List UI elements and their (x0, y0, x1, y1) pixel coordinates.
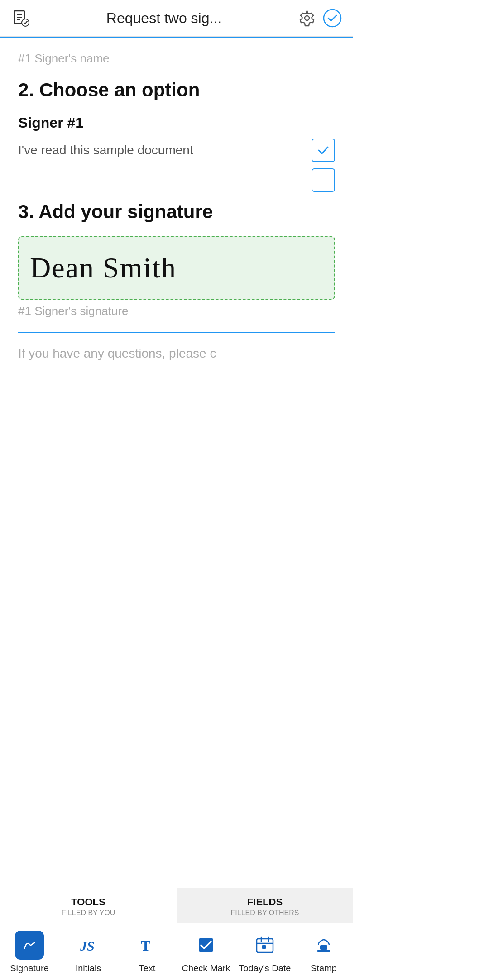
tab-fields-sublabel: FILLED BY OTHERS (181, 909, 349, 917)
svg-text:T: T (141, 937, 150, 954)
circle-check-icon[interactable] (322, 8, 342, 28)
checkbox2[interactable] (312, 168, 335, 192)
main-content: #1 Signer's name 2. Choose an option Sig… (0, 38, 353, 460)
tool-checkmark-label: Check Mark (182, 963, 230, 974)
signer-name-placeholder: #1 Signer's name (18, 52, 335, 66)
tab-fields[interactable]: FIELDS FILLED BY OTHERS (177, 888, 353, 923)
svg-text:JS: JS (80, 938, 95, 953)
svg-rect-15 (317, 950, 330, 952)
tool-initials-label: Initials (76, 963, 101, 974)
tab-tools-sublabel: FILLED BY YOU (5, 909, 172, 917)
bottom-toolbar: TOOLS FILLED BY YOU FIELDS FILLED BY OTH… (0, 888, 353, 980)
tool-todays-date-label: Today's Date (239, 963, 291, 974)
step3-heading: 3. Add your signature (18, 201, 335, 223)
signature-box[interactable]: Dean Smith (18, 236, 335, 300)
signer-label: Signer #1 (18, 115, 335, 131)
page-title: Request two sig... (31, 10, 297, 27)
svg-point-6 (324, 10, 341, 27)
tool-signature-label: Signature (10, 963, 49, 974)
tool-signature[interactable]: Signature (0, 929, 59, 975)
tab-tools-label: TOOLS (5, 896, 172, 908)
tool-stamp-label: Stamp (311, 963, 337, 974)
tab-fields-label: FIELDS (181, 896, 349, 908)
checkmark-icon-wrap (192, 931, 221, 960)
text-icon-wrap: T (133, 931, 162, 960)
tool-initials[interactable]: JS Initials (59, 929, 118, 975)
checkbox1-text: I've read this sample document (18, 143, 193, 158)
step2-heading: 2. Choose an option (18, 79, 335, 101)
initials-icon-wrap: JS (74, 931, 103, 960)
signature-value: Dean Smith (30, 252, 177, 284)
checkbox1[interactable] (312, 139, 335, 162)
app-header: Request two sig... (0, 0, 353, 37)
tool-stamp[interactable]: Stamp (294, 929, 353, 975)
tab-row: TOOLS FILLED BY YOU FIELDS FILLED BY OTH… (0, 888, 353, 923)
document-settings-icon[interactable] (11, 8, 31, 28)
tool-text[interactable]: T Text (118, 929, 177, 975)
tool-text-label: Text (139, 963, 156, 974)
tab-tools[interactable]: TOOLS FILLED BY YOU (0, 888, 177, 923)
svg-rect-16 (320, 945, 327, 950)
checkbox-row-2 (18, 168, 335, 192)
signature-placeholder: #1 Signer's signature (18, 304, 335, 318)
checkbox-row-1: I've read this sample document (18, 139, 335, 162)
signature-icon-wrap (15, 931, 44, 960)
step3-section: 3. Add your signature Dean Smith #1 Sign… (18, 201, 335, 318)
svg-rect-14 (262, 945, 266, 949)
info-text: If you have any questions, please c (18, 346, 335, 361)
svg-point-4 (22, 19, 29, 26)
tool-todays-date[interactable]: Today's Date (235, 929, 294, 975)
tool-checkmark[interactable]: Check Mark (177, 929, 235, 975)
svg-point-5 (305, 16, 309, 20)
signature-underline (18, 332, 335, 333)
tools-row: Signature JS Initials T Text (0, 923, 353, 980)
gear-icon[interactable] (297, 8, 317, 28)
calendar-icon-wrap (250, 931, 279, 960)
stamp-icon-wrap (309, 931, 338, 960)
